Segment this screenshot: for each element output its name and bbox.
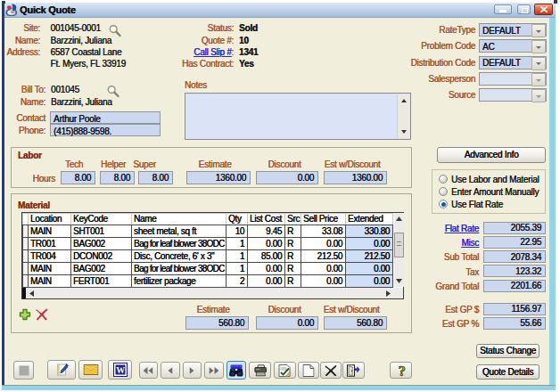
svg-text:W: W	[116, 365, 125, 375]
svg-text:?: ?	[398, 363, 405, 378]
